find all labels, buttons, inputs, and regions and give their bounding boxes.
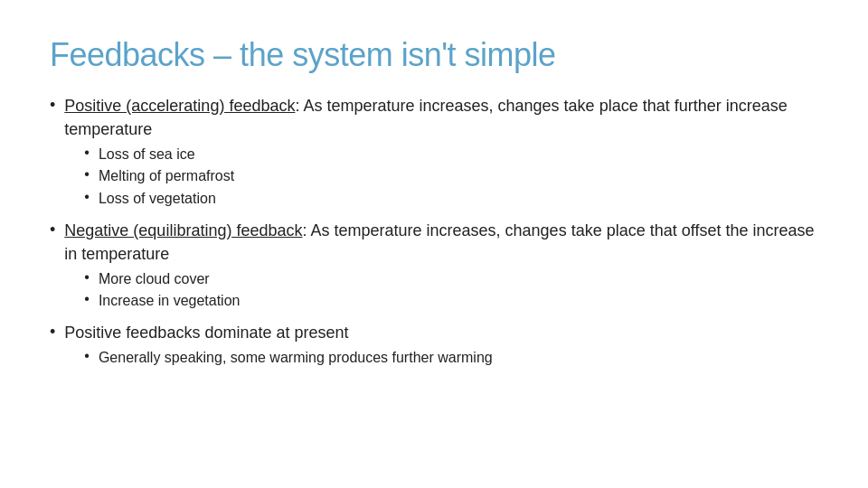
slide: Feedbacks – the system isn't simple • Po…: [0, 0, 868, 488]
bullet-dot-3: •: [50, 323, 55, 342]
sub-dot-2-1: •: [84, 269, 90, 286]
sub-list-3: • Generally speaking, some warming produ…: [84, 347, 492, 369]
sub-dot-1-3: •: [84, 189, 90, 205]
bullet-text-1: Positive (accelerating) feedback: As tem…: [64, 94, 818, 141]
sub-dot-1-2: •: [84, 166, 90, 183]
bullet-dominate: • Positive feedbacks dominate at present…: [50, 321, 818, 369]
bullet-positive-feedback: • Positive (accelerating) feedback: As t…: [50, 94, 818, 210]
sub-text-2-1: More cloud cover: [99, 268, 210, 289]
bullet-dot-1: •: [50, 96, 55, 115]
sub-bullet-2-2: • Increase in vegetation: [84, 290, 818, 311]
slide-title: Feedbacks – the system isn't simple: [50, 36, 818, 74]
sub-bullet-1-3: • Loss of vegetation: [84, 188, 818, 209]
sub-dot-3-1: •: [84, 348, 90, 364]
sub-bullet-2-1: • More cloud cover: [84, 268, 818, 289]
bullet-negative-feedback: • Negative (equilibrating) feedback: As …: [50, 219, 818, 313]
sub-list-2: • More cloud cover • Increase in vegetat…: [84, 268, 818, 312]
sub-text-3-1: Generally speaking, some warming produce…: [99, 347, 493, 368]
sub-list-1: • Loss of sea ice • Melting of permafros…: [84, 144, 818, 210]
sub-dot-1-1: •: [84, 145, 90, 161]
bullet-text-3: Positive feedbacks dominate at present: [64, 321, 492, 344]
sub-bullet-3-1: • Generally speaking, some warming produ…: [84, 347, 492, 368]
bullet-underline-2: Negative (equilibrating) feedback: [64, 221, 302, 239]
bullet-text-2: Negative (equilibrating) feedback: As te…: [64, 219, 818, 266]
sub-dot-2-2: •: [84, 291, 90, 307]
bullet-underline-1: Positive (accelerating) feedback: [64, 97, 295, 115]
sub-text-1-2: Melting of permafrost: [99, 165, 234, 186]
bullet-dot-2: •: [50, 221, 55, 239]
slide-content: • Positive (accelerating) feedback: As t…: [50, 94, 818, 379]
sub-bullet-1-1: • Loss of sea ice: [84, 144, 818, 164]
sub-text-1-3: Loss of vegetation: [99, 188, 216, 209]
sub-text-2-2: Increase in vegetation: [99, 290, 241, 311]
sub-bullet-1-2: • Melting of permafrost: [84, 165, 818, 186]
sub-text-1-1: Loss of sea ice: [99, 144, 195, 164]
